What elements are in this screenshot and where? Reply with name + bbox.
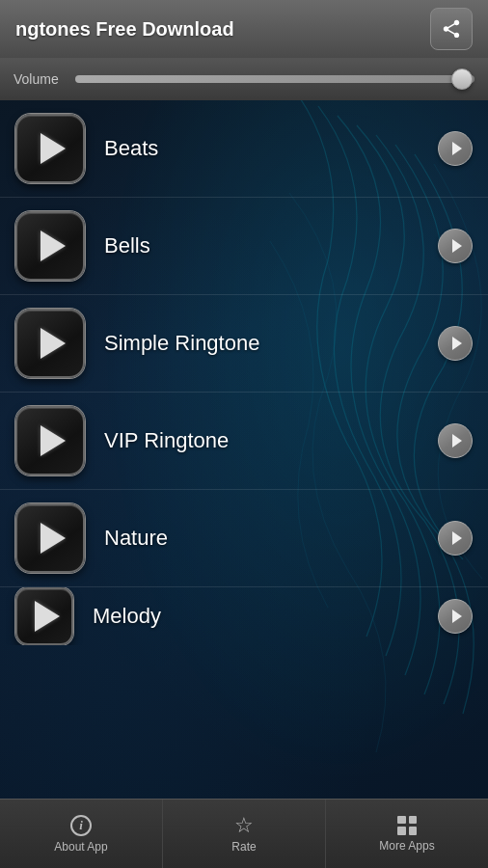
info-icon: i [70, 815, 92, 836]
ringtone-name: VIP Ringtone [85, 428, 438, 453]
chevron-right-icon [452, 610, 462, 623]
star-icon: ☆ [234, 815, 254, 836]
list-item[interactable]: Melody [0, 587, 488, 645]
play-button[interactable] [15, 114, 85, 183]
volume-control[interactable]: Volume [0, 58, 488, 100]
play-button[interactable] [15, 309, 85, 378]
share-icon [441, 18, 462, 40]
ringtone-name: Bells [85, 233, 438, 258]
list-item[interactable]: Simple Ringtone [0, 295, 488, 393]
play-button[interactable] [15, 587, 73, 645]
ringtone-list: Beats Bells Simple Ringtone VIP Ringtone [0, 100, 488, 645]
play-icon [41, 425, 66, 456]
nav-rate-label: Rate [231, 840, 256, 854]
play-icon [41, 328, 66, 359]
bottom-navigation: i About App ☆ Rate More Apps [0, 799, 488, 868]
chevron-right-icon [452, 239, 462, 253]
chevron-right-icon [452, 531, 462, 545]
volume-label: Volume [14, 71, 64, 87]
nav-more-apps-label: More Apps [379, 839, 434, 853]
play-icon [41, 133, 66, 164]
list-item[interactable]: Bells [0, 198, 488, 295]
nav-item-about[interactable]: i About App [0, 800, 163, 868]
chevron-button[interactable] [438, 521, 473, 556]
chevron-button[interactable] [438, 131, 473, 166]
volume-thumb[interactable] [451, 68, 473, 90]
ringtone-name: Simple Ringtone [85, 331, 438, 356]
chevron-right-icon [452, 434, 462, 448]
nav-about-label: About App [54, 840, 107, 854]
app-title: ngtones Free Download [15, 18, 234, 41]
chevron-right-icon [452, 337, 462, 350]
list-item[interactable]: Beats [0, 100, 488, 198]
ringtone-name: Nature [85, 526, 438, 551]
volume-track[interactable] [75, 75, 474, 83]
nav-item-rate[interactable]: ☆ Rate [163, 800, 326, 868]
play-button[interactable] [15, 211, 85, 281]
ringtone-name: Melody [73, 604, 438, 629]
list-item[interactable]: Nature [0, 490, 488, 587]
play-button[interactable] [15, 503, 85, 573]
chevron-right-icon [452, 142, 462, 155]
play-icon [41, 523, 66, 554]
chevron-button[interactable] [438, 229, 473, 263]
chevron-button[interactable] [438, 599, 473, 634]
play-icon [35, 601, 60, 632]
chevron-button[interactable] [438, 326, 473, 361]
share-button[interactable] [430, 8, 473, 50]
app-header: ngtones Free Download [0, 0, 488, 58]
play-icon [41, 231, 66, 261]
nav-item-more-apps[interactable]: More Apps [326, 800, 488, 868]
chevron-button[interactable] [438, 423, 473, 458]
play-button[interactable] [15, 406, 85, 475]
ringtone-name: Beats [85, 136, 438, 161]
list-item[interactable]: VIP Ringtone [0, 393, 488, 490]
grid-icon [397, 816, 417, 835]
